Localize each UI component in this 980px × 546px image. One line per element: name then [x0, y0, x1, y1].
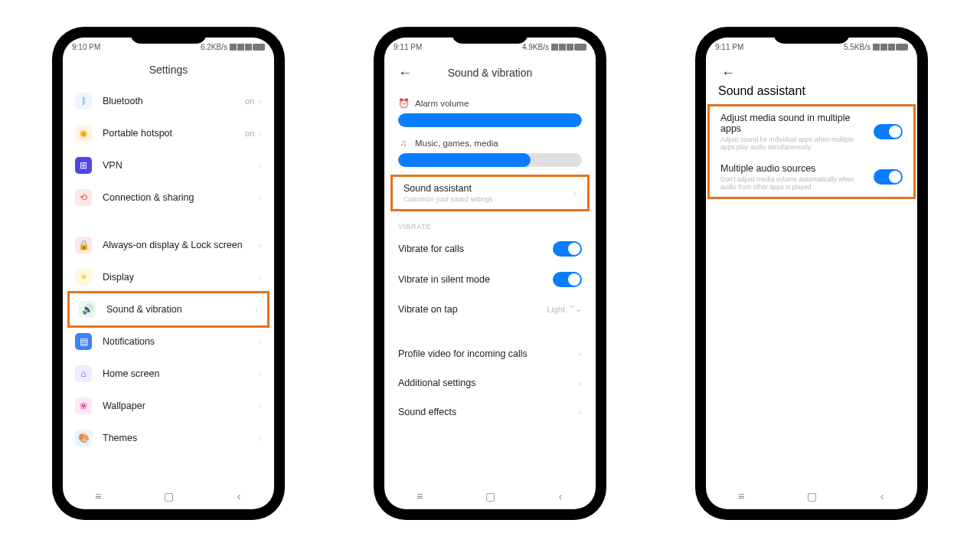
nav-back[interactable]: ‹ — [554, 491, 567, 502]
vpn-icon: ⊞ — [75, 157, 92, 174]
sound-header: ← Sound & vibration — [384, 54, 596, 92]
chevron-right-icon: › — [579, 378, 582, 387]
chevron-right-icon: › — [259, 433, 262, 443]
settings-header: Settings — [63, 54, 274, 85]
row-vibrate-silent[interactable]: Vibrate in silent mode — [387, 264, 593, 295]
phone-mockup-settings: 9:10 PM 6.2KB/s Settings ᛒ Bluetooth on … — [54, 28, 283, 518]
chevron-right-icon: › — [259, 193, 262, 202]
row-wallpaper[interactable]: ❀ Wallpaper › — [66, 390, 271, 422]
status-net: 6.2KB/s — [201, 43, 227, 51]
row-connection-sharing[interactable]: ⟲ Connection & sharing › — [66, 181, 271, 214]
chevron-right-icon: › — [259, 337, 262, 346]
page-title: Settings — [63, 64, 274, 76]
status-icons — [551, 44, 586, 51]
chevron-right-icon: › — [259, 96, 262, 106]
lock-icon: 🔒 — [75, 237, 92, 253]
bluetooth-icon: ᛒ — [75, 93, 92, 110]
status-bar: 9:11 PM 4.9KB/s — [384, 38, 596, 54]
phone-mockup-assistant: 9:11 PM 5.5KB/s ← Sound assistant Adjust… — [697, 28, 926, 518]
chevron-right-icon: › — [259, 240, 262, 250]
chevron-right-icon: › — [259, 369, 262, 378]
row-aod-lock[interactable]: 🔒 Always-on display & Lock screen › — [66, 229, 271, 261]
chevron-right-icon: › — [255, 305, 258, 314]
alarm-slider-fill — [398, 113, 582, 127]
status-icons — [230, 44, 265, 51]
row-themes[interactable]: 🎨 Themes › — [66, 422, 271, 454]
status-net: 5.5KB/s — [844, 43, 871, 51]
nav-bar: ≡ ▢ ‹ — [384, 483, 596, 509]
themes-icon: 🎨 — [75, 430, 92, 446]
status-bar: 9:11 PM 5.5KB/s — [706, 38, 917, 54]
toggle-vibrate-silent[interactable] — [553, 272, 582, 287]
phone-mockup-sound: 9:11 PM 4.9KB/s ← Sound & vibration ⏰ Al… — [375, 28, 605, 518]
status-net: 4.9KB/s — [522, 43, 549, 51]
chevron-right-icon: › — [579, 407, 582, 417]
nav-back[interactable]: ‹ — [232, 491, 246, 502]
status-time: 9:11 PM — [394, 43, 422, 51]
nav-recents[interactable]: ≡ — [91, 491, 105, 502]
row-sound-effects[interactable]: Sound effects › — [387, 397, 593, 427]
status-bar: 9:10 PM 6.2KB/s — [63, 38, 274, 54]
row-adjust-media[interactable]: Adjust media sound in multiple apps Adju… — [710, 106, 913, 157]
row-home-screen[interactable]: ⌂ Home screen › — [66, 358, 271, 390]
nav-bar: ≡ ▢ ‹ — [706, 483, 917, 509]
row-vpn[interactable]: ⊞ VPN › — [66, 149, 271, 181]
row-vibrate-calls[interactable]: Vibrate for calls — [387, 234, 593, 264]
share-icon: ⟲ — [75, 189, 92, 206]
row-sound-assistant[interactable]: Sound assistant Customize your sound set… — [393, 177, 587, 209]
nav-recents[interactable]: ≡ — [413, 491, 426, 502]
updown-icon: ⌃⌄ — [568, 304, 582, 314]
vibrate-tap-value: Light — [547, 305, 565, 314]
row-additional-settings[interactable]: Additional settings › — [387, 368, 593, 397]
toggle-multiple-audio[interactable] — [874, 169, 903, 185]
slider-alarm[interactable]: ⏰ Alarm volume — [387, 92, 593, 132]
row-sound-vibration[interactable]: 🔊 Sound & vibration › — [67, 291, 270, 328]
alarm-slider-track[interactable] — [398, 113, 582, 127]
chevron-right-icon: › — [259, 273, 262, 282]
page-title: Sound & vibration — [384, 67, 596, 79]
chevron-right-icon: › — [573, 188, 577, 198]
nav-home[interactable]: ▢ — [483, 491, 497, 502]
toggle-adjust-media[interactable] — [874, 124, 903, 139]
chevron-right-icon: › — [579, 349, 582, 358]
display-icon: ☀ — [75, 269, 92, 286]
nav-home[interactable]: ▢ — [162, 491, 175, 502]
notifications-icon: ▤ — [75, 333, 92, 350]
page-title: Sound assistant — [718, 84, 805, 98]
row-display[interactable]: ☀ Display › — [66, 261, 271, 293]
row-vibrate-tap[interactable]: Vibrate on tap Light ⌃⌄ — [387, 295, 593, 324]
home-icon: ⌂ — [75, 365, 92, 382]
media-slider-fill — [398, 153, 531, 167]
sound-icon: 🔊 — [79, 301, 96, 318]
slider-media[interactable]: ♫ Music, games, media — [387, 132, 593, 172]
status-time: 9:10 PM — [72, 43, 100, 51]
wallpaper-icon: ❀ — [75, 397, 92, 414]
row-hotspot[interactable]: ◉ Portable hotspot on › — [66, 117, 271, 149]
media-slider-track[interactable] — [398, 153, 582, 167]
back-arrow-icon[interactable]: ← — [718, 62, 738, 84]
row-bluetooth[interactable]: ᛒ Bluetooth on › — [66, 85, 271, 117]
nav-bar: ≡ ▢ ‹ — [63, 483, 274, 509]
chevron-right-icon: › — [259, 401, 262, 410]
music-icon: ♫ — [398, 138, 409, 149]
status-time: 9:11 PM — [715, 43, 743, 51]
hotspot-icon: ◉ — [75, 125, 92, 142]
nav-home[interactable]: ▢ — [805, 491, 818, 502]
chevron-right-icon: › — [259, 129, 262, 138]
row-notifications[interactable]: ▤ Notifications › — [66, 325, 271, 358]
chevron-right-icon: › — [259, 161, 262, 170]
nav-recents[interactable]: ≡ — [734, 491, 748, 502]
settings-contents: ᛒ Bluetooth on › ◉ Portable hotspot on ›… — [63, 85, 274, 483]
row-multiple-audio[interactable]: Multiple audio sources Don't adjust medi… — [710, 157, 913, 197]
section-vibrate: VIBRATE — [387, 211, 593, 234]
row-profile-video[interactable]: Profile video for incoming calls › — [387, 339, 593, 368]
status-icons — [873, 44, 908, 51]
alarm-icon: ⏰ — [398, 98, 409, 109]
assistant-header: ← Sound assistant — [706, 54, 917, 104]
toggle-vibrate-calls[interactable] — [553, 241, 582, 257]
nav-back[interactable]: ‹ — [875, 491, 889, 502]
